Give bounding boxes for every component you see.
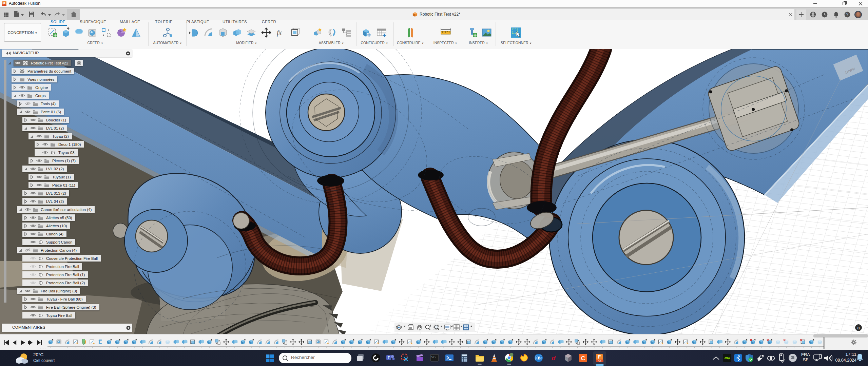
svg-text:F: F	[3, 2, 5, 5]
svg-text:F: F	[598, 354, 601, 360]
svg-text:fx: fx	[277, 29, 282, 37]
svg-text:?: ?	[846, 12, 849, 17]
svg-text:a: a	[857, 325, 860, 330]
svg-text:FUS: FUS	[598, 360, 602, 362]
svg-text:d: d	[552, 354, 556, 362]
svg-text:T: T	[388, 356, 390, 360]
svg-text:C: C	[581, 355, 585, 362]
svg-text:C:\: C:\	[431, 355, 436, 358]
